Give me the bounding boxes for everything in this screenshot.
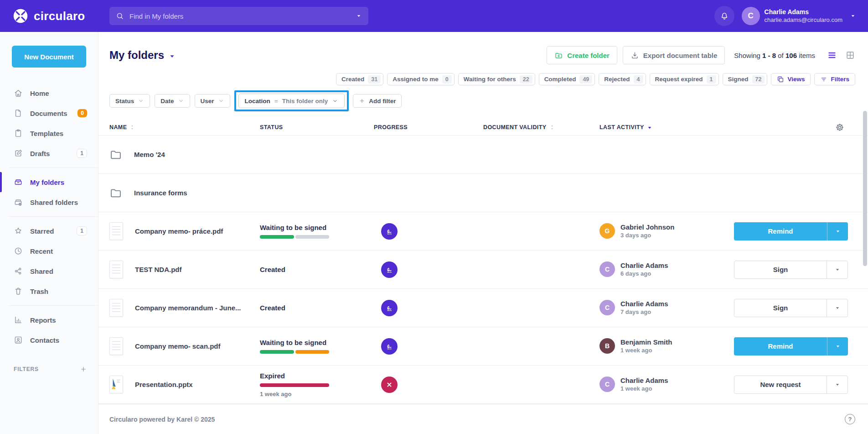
filter-dropdown-user[interactable]: User [195,94,230,108]
location-filter[interactable]: Location = This folder only [238,94,345,108]
page-header: My folders Create folder Export document… [98,45,868,66]
chip-count: 0 [442,75,452,84]
expired-icon[interactable] [381,376,398,393]
action-button-sign[interactable]: Sign [734,261,848,279]
filter-dropdown-date[interactable]: Date [155,94,190,108]
filter-dropdown-status[interactable]: Status [109,94,150,108]
row-name[interactable]: Company memorandum - June... [135,304,241,312]
new-document-button[interactable]: New Document [12,46,86,68]
row-name[interactable]: Company memo- scan.pdf [135,342,221,350]
views-button[interactable]: Views [771,73,811,85]
column-header-last-activity[interactable]: LAST ACTIVITY [599,124,734,131]
sidebar-item-documents[interactable]: Documents0 [0,103,98,123]
add-saved-filter-icon[interactable] [80,366,87,373]
gear-icon[interactable] [835,123,844,132]
document-row-presentation-pptx[interactable]: Presentation.pptxExpired1 week agoCCharl… [98,366,868,404]
chip-waiting-for-others[interactable]: Waiting for others22 [458,73,535,85]
action-dropdown-caret[interactable] [827,376,847,393]
sidebar-item-label: Contacts [30,336,59,344]
list-view-icon[interactable] [827,50,837,60]
action-button-new-request[interactable]: New request [734,376,848,394]
column-header-document-validity[interactable]: DOCUMENT VALIDITY [483,124,599,131]
activity-user: Charlie Adams [620,299,668,309]
document-row-company-memo-pr-ce-pdf[interactable]: Company memo- práce.pdfWaiting to be sig… [98,212,868,251]
signature-icon[interactable] [381,300,398,316]
action-label[interactable]: Remind [734,222,827,241]
action-dropdown-caret[interactable] [827,299,847,317]
action-button-remind[interactable]: Remind [734,222,848,241]
signature-icon[interactable] [381,338,398,355]
sidebar-item-starred[interactable]: Starred1 [0,221,98,241]
row-name[interactable]: Insurance forms [134,189,187,197]
sidebar-item-reports[interactable]: Reports [0,310,98,330]
sidebar-item-trash[interactable]: Trash [0,281,98,301]
vertical-scrollbar[interactable] [863,111,867,266]
chip-rejected[interactable]: Rejected4 [599,73,646,85]
page-title[interactable]: My folders [109,49,176,62]
column-header-status: STATUS [260,124,374,131]
export-table-button[interactable]: Export document table [623,46,725,64]
action-button-sign[interactable]: Sign [734,299,848,317]
sidebar-item-recent[interactable]: Recent [0,241,98,261]
row-status: Created [260,304,374,311]
sidebar-item-contacts[interactable]: Contacts [0,330,98,350]
header-actions: Create folder Export document table Show… [547,46,855,64]
clipboard-icon [14,129,23,138]
filters-button[interactable]: Filters [814,73,855,85]
chip-signed[interactable]: Signed72 [723,73,768,85]
download-icon [630,51,639,60]
action-label[interactable]: Sign [734,261,827,278]
action-dropdown-caret[interactable] [827,222,848,241]
action-label[interactable]: Sign [734,299,827,317]
folder-row-insurance-forms[interactable]: Insurance forms [98,174,868,212]
grid-view-icon[interactable] [845,50,855,60]
sidebar-item-templates[interactable]: Templates [0,123,98,143]
showing-count: Showing 1 - 8 of 106 items [734,52,815,59]
brand-logo[interactable]: circularo [0,7,98,25]
action-dropdown-caret[interactable] [827,337,848,356]
folder-row-memo-24[interactable]: Memo '24 [98,136,868,174]
sidebar-item-label: Drafts [30,150,50,157]
action-label[interactable]: New request [734,376,827,393]
action-dropdown-caret[interactable] [827,261,847,278]
row-name[interactable]: Company memo- práce.pdf [135,227,223,235]
add-filter-button[interactable]: Add filter [353,94,402,108]
user-menu[interactable]: C Charlie Adams charlie.adams@circularo.… [742,7,856,25]
sidebar-item-shared-folders[interactable]: Shared folders [0,192,98,212]
sidebar-item-label: Trash [30,288,48,295]
document-row-company-memo-scan-pdf[interactable]: Company memo- scan.pdfWaiting to be sign… [98,327,868,366]
help-button[interactable]: ? [845,414,855,424]
sidebar-item-my-folders[interactable]: My folders [0,172,98,192]
search-scope-caret-icon[interactable] [356,13,362,19]
signature-icon[interactable] [381,261,398,278]
activity-time: 6 days ago [620,270,668,278]
row-name[interactable]: Memo '24 [134,151,165,158]
signature-icon[interactable] [381,223,398,240]
chip-completed[interactable]: Completed49 [539,73,595,85]
activity-avatar: C [599,261,615,277]
document-row-company-memorandum-june[interactable]: Company memorandum - June...CreatedCChar… [98,289,868,327]
row-name[interactable]: Presentation.pptx [135,381,193,388]
row-name[interactable]: TEST NDA.pdf [135,266,182,273]
document-row-test-nda-pdf[interactable]: TEST NDA.pdfCreatedCCharlie Adams6 days … [98,251,868,289]
create-folder-button[interactable]: Create folder [547,46,617,64]
folder-icon [109,187,122,199]
sidebar-item-drafts[interactable]: Drafts1 [0,143,98,163]
action-label[interactable]: Remind [734,337,827,356]
global-search[interactable] [109,7,368,25]
sidebar-item-home[interactable]: Home [0,83,98,103]
sidebar-item-shared[interactable]: Shared [0,261,98,281]
chip-assigned-to-me[interactable]: Assigned to me0 [387,73,454,85]
action-button-remind[interactable]: Remind [734,337,848,356]
star-icon [14,226,23,235]
home-icon [14,89,23,98]
main-content: My folders Create folder Export document… [98,32,868,434]
filter-bar: StatusDateUser Location = This folder on… [98,94,868,108]
column-header-name[interactable]: NAME [109,124,260,131]
showing-total: 106 [785,52,797,59]
notifications-button[interactable] [714,6,734,26]
search-input[interactable] [129,12,350,20]
chip-created[interactable]: Created31 [336,73,383,85]
activity-user: Charlie Adams [620,376,668,385]
chip-request-expired[interactable]: Request expired1 [650,73,719,85]
